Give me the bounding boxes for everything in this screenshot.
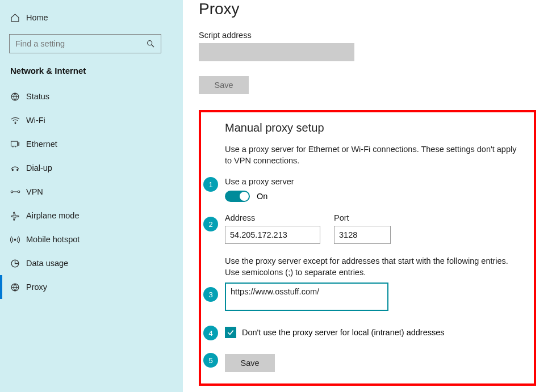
svg-rect-4 <box>11 141 18 146</box>
svg-point-8 <box>11 191 13 193</box>
airplane-icon <box>10 211 26 221</box>
home-icon <box>10 13 26 23</box>
dialup-icon <box>10 164 26 172</box>
sidebar-item-label: Wi-Fi <box>26 116 45 125</box>
sidebar-item-label: Dial-up <box>26 163 52 172</box>
port-label: Port <box>334 213 391 222</box>
proxy-toggle-row: On <box>225 191 522 202</box>
vpn-icon <box>10 188 26 195</box>
annotation-badge-1: 1 <box>203 177 218 192</box>
use-proxy-label: Use a proxy server <box>225 177 522 186</box>
hotspot-icon <box>10 235 26 245</box>
sidebar-item-label: Airplane mode <box>26 211 80 220</box>
save-button-top[interactable]: Save <box>199 76 249 94</box>
sidebar-item-label: Data usage <box>26 259 68 268</box>
address-label: Address <box>225 213 320 222</box>
sidebar-item-proxy[interactable]: Proxy <box>0 275 183 299</box>
sidebar-item-ethernet[interactable]: Ethernet <box>0 132 183 156</box>
datausage-icon <box>10 259 26 268</box>
search-icon <box>146 39 155 48</box>
svg-point-0 <box>148 41 152 45</box>
sidebar-item-wifi[interactable]: Wi-Fi <box>0 108 183 132</box>
local-intranet-label: Don't use the proxy server for local (in… <box>242 328 445 337</box>
address-port-row: Address Port <box>225 213 522 244</box>
sidebar-item-hotspot[interactable]: Mobile hotspot <box>0 227 183 251</box>
address-column: Address <box>225 213 320 244</box>
sidebar-item-datausage[interactable]: Data usage <box>0 251 183 275</box>
exceptions-input[interactable] <box>225 283 388 311</box>
sidebar-category: Network & Internet <box>0 61 183 85</box>
svg-line-1 <box>152 45 154 47</box>
proxy-icon <box>10 283 26 292</box>
svg-point-3 <box>15 123 15 124</box>
port-input[interactable] <box>334 226 391 244</box>
search-box[interactable] <box>9 34 161 53</box>
svg-point-6 <box>12 169 13 170</box>
main-content: Proxy Script address Save 1 2 3 4 5 Manu… <box>183 0 552 392</box>
sidebar-item-label: Mobile hotspot <box>26 235 80 244</box>
page-title: Proxy <box>199 0 536 18</box>
manual-proxy-highlight: 1 2 3 4 5 Manual proxy setup Use a proxy… <box>199 110 536 386</box>
sidebar-item-dialup[interactable]: Dial-up <box>0 156 183 180</box>
local-intranet-checkbox[interactable] <box>225 327 236 338</box>
sidebar-item-label: Status <box>26 92 49 101</box>
port-column: Port <box>334 213 391 244</box>
manual-proxy-heading: Manual proxy setup <box>225 121 522 134</box>
status-icon <box>10 92 26 102</box>
save-button-bottom[interactable]: Save <box>225 354 275 372</box>
wifi-icon <box>10 116 26 124</box>
annotation-badge-4: 4 <box>203 326 218 340</box>
sidebar-item-status[interactable]: Status <box>0 85 183 108</box>
ethernet-icon <box>10 140 26 148</box>
script-address-label: Script address <box>199 31 536 40</box>
proxy-toggle-state: On <box>257 192 267 201</box>
sidebar-item-label: VPN <box>26 187 43 196</box>
sidebar-item-label: Ethernet <box>26 140 57 149</box>
sidebar: Home Network & Internet Status Wi-Fi Eth… <box>0 0 183 392</box>
search-input[interactable] <box>15 39 140 48</box>
sidebar-item-vpn[interactable]: VPN <box>0 180 183 204</box>
svg-point-7 <box>17 169 18 170</box>
local-intranet-row: Don't use the proxy server for local (in… <box>225 327 522 338</box>
sidebar-item-label: Proxy <box>26 283 47 292</box>
annotation-badge-2: 2 <box>203 217 218 231</box>
sidebar-home[interactable]: Home <box>0 6 183 29</box>
annotation-badge-3: 3 <box>203 287 218 302</box>
search-wrap <box>0 29 183 61</box>
sidebar-item-airplane[interactable]: Airplane mode <box>0 204 183 227</box>
exceptions-desc: Use the proxy server except for addresse… <box>225 255 522 279</box>
svg-point-9 <box>18 191 20 193</box>
proxy-toggle[interactable] <box>225 191 250 202</box>
annotation-badge-5: 5 <box>203 353 218 368</box>
svg-point-11 <box>14 239 16 241</box>
sidebar-home-label: Home <box>26 13 48 22</box>
address-input[interactable] <box>225 226 320 244</box>
svg-rect-5 <box>18 142 19 146</box>
manual-proxy-desc: Use a proxy server for Ethernet or Wi-Fi… <box>225 144 522 167</box>
script-address-input[interactable] <box>199 43 354 61</box>
